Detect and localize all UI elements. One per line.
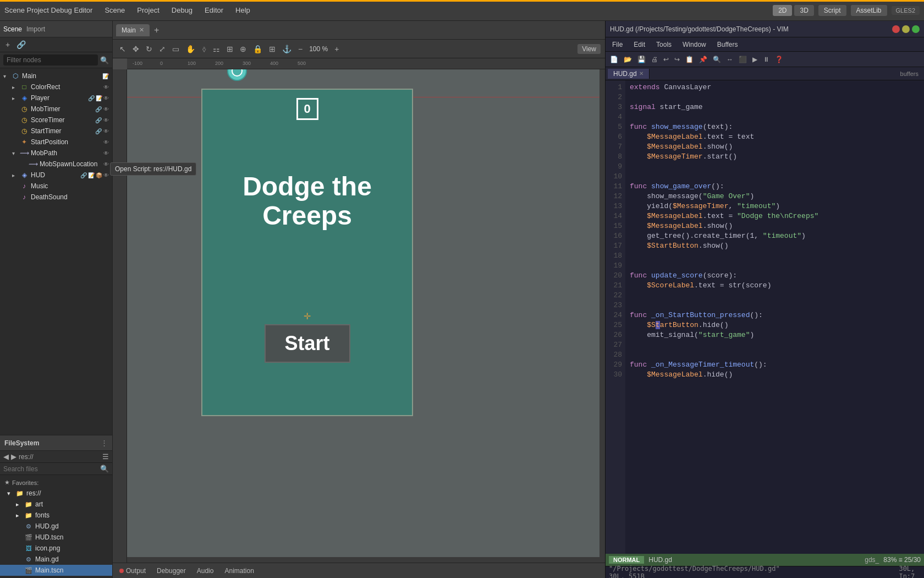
fs-item-main-tscn[interactable]: 🎬 Main.tscn bbox=[0, 565, 112, 576]
tab-import[interactable]: Import bbox=[26, 25, 45, 33]
vim-tb-print[interactable]: 🖨 bbox=[649, 55, 660, 64]
fs-item-hud-gd[interactable]: ⚙ HUD.gd bbox=[0, 521, 112, 532]
vp-group-button[interactable]: ⊞ bbox=[267, 43, 278, 54]
vim-minimize-button[interactable] bbox=[902, 25, 910, 33]
vim-tb-find[interactable]: 🔍 bbox=[711, 55, 723, 64]
vim-maximize-button[interactable] bbox=[912, 25, 920, 33]
vim-tb-paste[interactable]: 📌 bbox=[697, 55, 710, 64]
vp-rect-button[interactable]: ▭ bbox=[170, 43, 182, 54]
fs-action-icon[interactable]: ⋮ bbox=[101, 439, 108, 447]
fs-item-icon-png[interactable]: 🖼 icon.png bbox=[0, 543, 112, 554]
vim-code-area[interactable]: extends CanvasLayer signal start_game fu… bbox=[625, 80, 924, 554]
tree-node-startposition[interactable]: ✦ StartPosition 👁 bbox=[0, 137, 112, 148]
vim-content[interactable]: 1 2 3 4 5 6 7 8 9 10 11 12 13 14 15 16 1… bbox=[606, 80, 924, 554]
vim-menu-edit[interactable]: Edit bbox=[630, 40, 648, 50]
tab-animation[interactable]: Animation bbox=[222, 566, 256, 576]
vim-menu-tools[interactable]: Tools bbox=[653, 40, 675, 50]
vim-close-button[interactable] bbox=[892, 25, 900, 33]
fs-item-main-gd[interactable]: ⚙ Main.gd bbox=[0, 554, 112, 565]
vim-tb-replace[interactable]: ↔ bbox=[724, 55, 735, 64]
vim-menu-window[interactable]: Window bbox=[679, 40, 710, 50]
vim-tab-close[interactable]: ✕ bbox=[639, 70, 644, 77]
tree-node-scoretimer[interactable]: ◷ ScoreTimer 🔗 👁 bbox=[0, 114, 112, 126]
expand-arrow-hud: ▸ bbox=[12, 172, 20, 178]
vp-zoom-minus-button[interactable]: − bbox=[296, 43, 305, 54]
fs-item-art[interactable]: ▸ 📁 art bbox=[0, 499, 112, 510]
bottom-tab-bar: Output Debugger Audio Animation bbox=[113, 563, 605, 578]
vp-tool5-button[interactable]: ⎀ bbox=[200, 43, 208, 54]
vp-zoom-plus-button[interactable]: + bbox=[332, 43, 341, 54]
tree-node-starttimer[interactable]: ◷ StartTimer 🔗 👁 bbox=[0, 126, 112, 137]
vp-pan-button[interactable]: ✋ bbox=[184, 43, 197, 54]
tab-output[interactable]: Output bbox=[117, 566, 148, 576]
tree-node-main[interactable]: ▾ ⬡ Main 📝 bbox=[0, 70, 112, 81]
vim-menu-file[interactable]: File bbox=[609, 40, 626, 50]
close-tab-button[interactable]: ✕ bbox=[139, 26, 144, 34]
tree-node-mobspawnlocation[interactable]: ⟿ MobSpawnLocation 👁 bbox=[0, 159, 112, 170]
tree-node-mobpath[interactable]: ▾ ⟿ MobPath 👁 bbox=[0, 148, 112, 159]
nav-back-button[interactable]: ◀ bbox=[3, 452, 9, 461]
menu-scene[interactable]: Scene bbox=[99, 4, 130, 17]
vim-tb-save[interactable]: 💾 bbox=[635, 55, 648, 64]
tab-scene[interactable]: Scene bbox=[3, 25, 22, 33]
vp-snap-button[interactable]: ⊕ bbox=[238, 43, 249, 54]
tree-node-music[interactable]: ♪ Music bbox=[0, 181, 112, 192]
filter-nodes-input[interactable] bbox=[3, 54, 98, 66]
vim-tb-undo[interactable]: ↩ bbox=[661, 55, 671, 64]
vp-rotate-button[interactable]: ↻ bbox=[144, 43, 155, 54]
ruler-top: -100 0 100 200 300 400 500 bbox=[127, 58, 605, 69]
viewport-canvas[interactable]: 0 Dodge the Creeps ✛ Start bbox=[127, 69, 605, 563]
add-node-button[interactable]: + bbox=[3, 39, 12, 50]
tree-node-mobtimer[interactable]: ◷ MobTimer 🔗 👁 bbox=[0, 103, 112, 114]
fs-item-mob-gd[interactable]: ⚙ Mob.gd bbox=[0, 576, 112, 578]
vp-scale-button[interactable]: ⤢ bbox=[157, 43, 168, 54]
vim-menu-buffers[interactable]: Buffers bbox=[714, 40, 741, 50]
fs-layout-button[interactable]: ☰ bbox=[102, 452, 109, 461]
node-label-main: Main bbox=[22, 72, 102, 80]
fs-item-fonts[interactable]: ▸ 📁 fonts bbox=[0, 510, 112, 521]
tab-audio[interactable]: Audio bbox=[195, 566, 216, 576]
editor-tab-main[interactable]: Main ✕ bbox=[116, 24, 150, 36]
menu-debug[interactable]: Debug bbox=[166, 4, 198, 17]
btn-2d[interactable]: 2D bbox=[773, 5, 792, 16]
viewport-scrollbar-h[interactable] bbox=[127, 557, 600, 563]
vim-tb-new[interactable]: 📄 bbox=[608, 55, 620, 64]
tree-node-player[interactable]: ▸ ◈ Player 🔗 📝 👁 bbox=[0, 92, 112, 103]
vim-tb-open[interactable]: 📂 bbox=[622, 55, 634, 64]
tree-node-deathsound[interactable]: ♪ DeathSound bbox=[0, 192, 112, 203]
vp-tool6-button[interactable]: ⚏ bbox=[211, 43, 222, 54]
btn-3d[interactable]: 3D bbox=[794, 5, 813, 16]
menu-help[interactable]: Help bbox=[230, 4, 256, 17]
fs-search-input[interactable] bbox=[3, 465, 100, 473]
vim-tb-redo[interactable]: ↪ bbox=[672, 55, 682, 64]
vim-tb-stop[interactable]: ⬛ bbox=[736, 55, 749, 64]
vp-move-button[interactable]: ✥ bbox=[130, 43, 141, 54]
add-tab-button[interactable]: + bbox=[151, 25, 162, 35]
menu-editor[interactable]: Editor bbox=[199, 4, 229, 17]
player-node-handle[interactable] bbox=[227, 69, 247, 81]
viewport-scrollbar-v[interactable] bbox=[600, 69, 605, 563]
vp-anchor-button[interactable]: ⚓ bbox=[280, 43, 294, 54]
vim-tb-play[interactable]: ▶ bbox=[750, 55, 760, 64]
view-menu-button[interactable]: View bbox=[578, 44, 601, 54]
vim-status-filename: HUD.gd bbox=[648, 556, 860, 564]
vim-tb-pause[interactable]: ⏸ bbox=[761, 55, 772, 64]
vim-tb-help[interactable]: ❓ bbox=[773, 55, 785, 64]
game-start-button[interactable]: Start bbox=[264, 324, 350, 363]
vp-select-button[interactable]: ↖ bbox=[117, 43, 128, 54]
instance-node-button[interactable]: 🔗 bbox=[14, 39, 28, 50]
tab-debugger[interactable]: Debugger bbox=[155, 566, 188, 576]
menu-project[interactable]: Project bbox=[131, 4, 164, 17]
fs-item-hud-tscn[interactable]: 🎬 HUD.tscn bbox=[0, 532, 112, 543]
editor-tab-bar: Main ✕ + bbox=[113, 21, 605, 40]
fs-item-res[interactable]: ▾ 📁 res:// bbox=[0, 488, 112, 499]
vp-lock-button[interactable]: 🔒 bbox=[251, 43, 265, 54]
btn-assetlib[interactable]: AssetLib bbox=[851, 5, 887, 16]
btn-script[interactable]: Script bbox=[818, 5, 846, 16]
vp-grid-button[interactable]: ⊞ bbox=[224, 43, 235, 54]
vim-tab-hud[interactable]: HUD.gd ✕ bbox=[608, 69, 650, 79]
tree-node-hud[interactable]: ▸ ◈ HUD 🔗 📝 📦 👁 bbox=[0, 170, 112, 181]
nav-forward-button[interactable]: ▶ bbox=[11, 452, 16, 461]
tree-node-colorrect[interactable]: ▸ □ ColorRect 👁 bbox=[0, 81, 112, 92]
vim-tb-copy[interactable]: 📋 bbox=[683, 55, 696, 64]
